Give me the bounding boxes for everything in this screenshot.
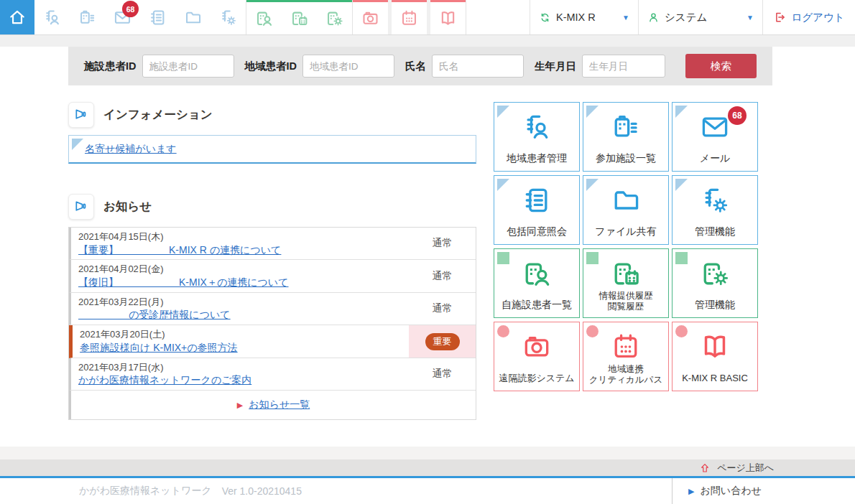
facility-patient-id-input[interactable] <box>142 55 234 78</box>
home-button[interactable] <box>0 0 34 34</box>
corner-marker <box>586 325 598 337</box>
tile-remote-reading[interactable]: 遠隔読影システム <box>494 322 580 391</box>
notice-status: 通常 <box>433 270 453 283</box>
building-gear-icon <box>325 9 344 28</box>
information-header: インフォメーション <box>68 102 476 128</box>
logout-icon <box>773 11 786 24</box>
megaphone-icon <box>68 102 94 128</box>
calendar-icon <box>399 9 419 28</box>
nav-critical-path-button[interactable] <box>392 0 427 34</box>
tile-label: メール <box>673 152 757 165</box>
name-input[interactable] <box>432 55 524 78</box>
triangle-right-icon: ▶ <box>237 401 243 410</box>
name-merge-candidate-link[interactable]: 名寄せ候補がいます <box>85 143 177 156</box>
notice-date: 2021年03月20日(土) <box>80 328 409 341</box>
mail-unread-badge: 68 <box>122 1 139 17</box>
tile-label: ファイル共有 <box>583 225 668 238</box>
corner-marker <box>586 179 598 191</box>
patient-list-icon <box>42 8 62 27</box>
tile-own-facility-patients[interactable]: 自施設患者一覧 <box>494 248 580 318</box>
regional-patient-id-input[interactable] <box>302 55 394 78</box>
consent-book-icon <box>148 8 167 27</box>
facility-list-icon <box>78 8 97 27</box>
triangle-right-icon: ▶ <box>688 487 694 496</box>
search-button[interactable]: 検索 <box>685 54 757 78</box>
page-top-label: ページ上部へ <box>717 462 774 475</box>
notices-list-link[interactable]: お知らせ一覧 <box>249 398 310 411</box>
nav-own-patients-button[interactable] <box>246 2 282 34</box>
chevron-down-icon: ▼ <box>622 14 629 22</box>
nav-admin-button[interactable] <box>211 0 246 34</box>
tile-consent-inquiry[interactable]: 包括同意照会 <box>494 175 580 245</box>
nav-consent-button[interactable] <box>140 0 175 34</box>
tile-critical-path[interactable]: 地域連携 クリティカルパス <box>583 322 669 391</box>
app-version: Ver 1.0-20210415 <box>222 485 302 497</box>
tile-label: 包括同意照会 <box>494 225 579 238</box>
page-top-button[interactable]: ページ上部へ <box>0 459 855 476</box>
nav-history-button[interactable] <box>282 2 317 34</box>
notice-link[interactable]: 参照施設様向け K-MIX+の参照方法 <box>80 341 238 355</box>
regional-patient-id-label: 地域患者ID <box>245 60 297 73</box>
important-badge: 重要 <box>425 333 460 350</box>
chevron-down-icon: ▼ <box>747 14 754 22</box>
tile-file-share[interactable]: ファイル共有 <box>583 175 669 245</box>
tile-label: 管理機能 <box>673 225 757 238</box>
footer-app-info: かがわ医療情報ネットワーク Ver 1.0-20210415 <box>0 478 672 504</box>
up-arrow-icon <box>699 462 711 474</box>
facility-patient-id-label: 施設患者ID <box>84 60 137 73</box>
notices-list: 2021年04月15日(木) 【重要】 K-MIX R の連携について 通常 2… <box>68 227 476 420</box>
logout-button[interactable]: ログアウト <box>763 0 855 34</box>
tile-label: 地域患者管理 <box>494 152 579 165</box>
notice-row-important: 2021年03月20日(土) 参照施設様向け K-MIX+の参照方法 重要 <box>69 325 476 358</box>
birthdate-input[interactable] <box>582 55 665 78</box>
system-select-value: K-MIX R <box>556 11 596 23</box>
corner-marker <box>675 179 688 191</box>
nav-file-share-button[interactable] <box>175 0 211 34</box>
tile-provision-history[interactable]: 情報提供履歴 閲覧履歴 <box>583 248 669 318</box>
nav-kmix-basic-button[interactable] <box>430 0 466 34</box>
notice-link[interactable]: 【復旧】 K-MIX＋の連携について <box>78 276 289 289</box>
content-container: 施設患者ID 地域患者ID 氏名 生年月日 検索 インフォメーション 名寄せ候補… <box>68 47 772 420</box>
app-name: かがわ医療情報ネットワーク <box>79 485 212 498</box>
notice-link[interactable]: の受診歴情報について <box>78 308 231 322</box>
book-icon <box>699 331 731 363</box>
nav-remote-reading-button[interactable] <box>353 0 388 34</box>
notice-status: 通常 <box>433 368 453 381</box>
tile-admin-functions-facility[interactable]: 管理機能 <box>672 248 758 318</box>
corner-marker <box>72 139 83 150</box>
notice-link[interactable]: かがわ医療情報ネットワークのご案内 <box>78 373 251 387</box>
footer: かがわ医療情報ネットワーク Ver 1.0-20210415 ▶ お問い合わせ <box>0 478 855 504</box>
user-select[interactable]: システム ▼ <box>639 0 762 34</box>
tile-kmix-r-basic[interactable]: K-MIX R BASIC <box>672 322 758 391</box>
list-gear-icon <box>218 8 238 27</box>
building-person-icon <box>521 258 553 289</box>
system-select[interactable]: K-MIX R ▼ <box>530 0 638 34</box>
building-calendar-icon <box>610 258 642 289</box>
top-nav: 68 K-MIX R ▼ <box>0 0 855 35</box>
tile-label: 参加施設一覧 <box>583 152 668 165</box>
tile-regional-patient-mgmt[interactable]: 地域患者管理 <box>494 102 580 172</box>
contact-link[interactable]: ▶ お問い合わせ <box>672 478 855 504</box>
nav-facility-list-button[interactable] <box>70 0 105 34</box>
nav-regional-patient-button[interactable] <box>34 0 70 34</box>
tile-mail[interactable]: 68 メール <box>672 102 758 172</box>
name-label: 氏名 <box>405 60 426 73</box>
facility-list-icon <box>610 111 642 143</box>
corner-marker <box>586 106 598 118</box>
consent-book-icon <box>521 185 553 216</box>
nav-facility-admin-button[interactable] <box>317 2 352 34</box>
tile-facility-list[interactable]: 参加施設一覧 <box>583 102 669 172</box>
nav-mail-button[interactable]: 68 <box>105 0 140 34</box>
notice-row: 2021年04月02日(金) 【復旧】 K-MIX＋の連携について 通常 <box>69 260 476 292</box>
tile-admin-functions[interactable]: 管理機能 <box>672 175 758 245</box>
birthdate-label: 生年月日 <box>535 60 576 73</box>
user-select-value: システム <box>665 11 707 24</box>
tile-label: 遠隔読影システム <box>494 373 579 384</box>
patient-search-bar: 施設患者ID 地域患者ID 氏名 生年月日 検索 <box>68 47 772 85</box>
calendar-icon <box>610 331 642 363</box>
notice-link[interactable]: 【重要】 K-MIX R の連携について <box>78 243 281 257</box>
folder-icon <box>183 8 203 27</box>
camera-icon <box>521 331 553 363</box>
nav-spacer <box>466 0 530 34</box>
left-column: インフォメーション 名寄せ候補がいます お知らせ 2021年04月15日(木) … <box>68 102 476 420</box>
